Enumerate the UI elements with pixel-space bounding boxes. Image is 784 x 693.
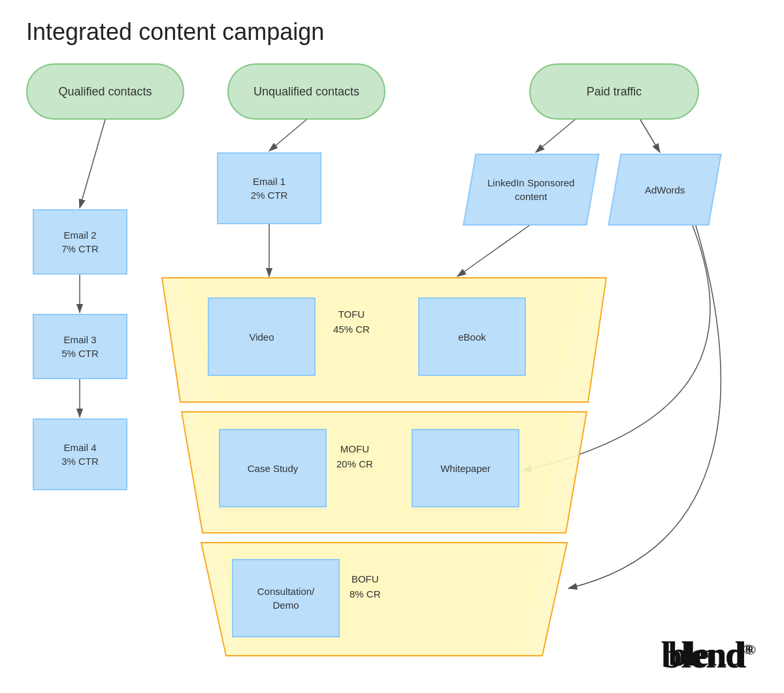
svg-line-8 — [457, 226, 529, 277]
email4-node: Email 43% CTR — [33, 418, 127, 490]
ebook-node-top: eBook — [418, 297, 526, 376]
paid-traffic-node: Paid traffic — [529, 63, 699, 120]
svg-line-4 — [269, 120, 306, 151]
page-title: Integrated content campaign — [26, 18, 324, 46]
case-study-node-top: Case Study — [219, 429, 327, 507]
consultation-node-top: Consultation/Demo — [232, 559, 340, 637]
svg-line-6 — [536, 120, 575, 152]
bofu-label-top: BOFU8% CR — [350, 572, 381, 601]
tofu-label-top: TOFU45% CR — [333, 307, 370, 337]
email1-node: Email 12% CTR — [217, 152, 321, 224]
email2-node: Email 27% CTR — [33, 209, 127, 275]
mofu-label-top: MOFU20% CR — [336, 442, 373, 471]
adwords-node: AdWords — [608, 154, 721, 226]
video-node-top: Video — [208, 297, 316, 376]
unqualified-contacts-node: Unqualified contacts — [227, 63, 385, 120]
svg-line-1 — [80, 120, 105, 208]
whitepaper-node-top: Whitepaper — [412, 429, 519, 507]
brand-logo-final: blend® — [661, 633, 755, 677]
email3-node: Email 35% CTR — [33, 314, 127, 379]
qualified-contacts-node: Qualified contacts — [26, 63, 184, 120]
linkedin-node: LinkedIn Sponsoredcontent — [463, 154, 599, 226]
svg-line-7 — [640, 120, 660, 152]
